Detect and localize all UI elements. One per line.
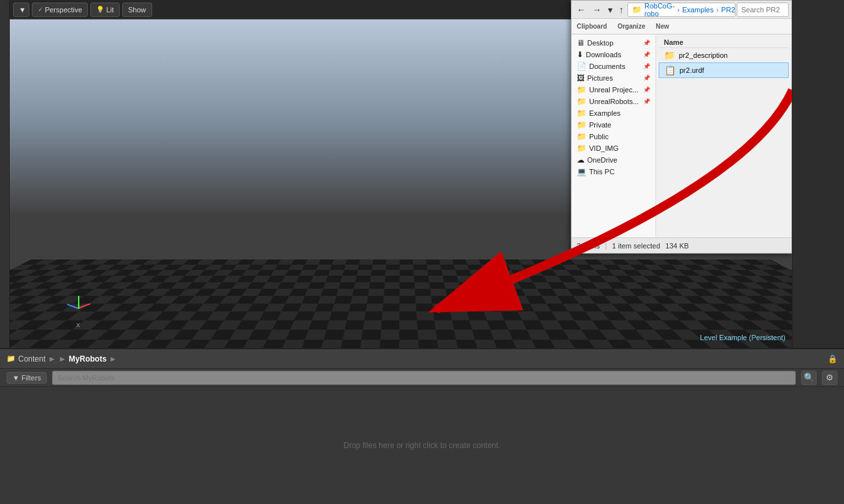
pin-icon-desktop: 📌 (643, 40, 650, 46)
axis-z-line (67, 304, 79, 309)
folder-icon-unreal-robots: 📁 (577, 97, 587, 106)
bc-content: Content (18, 354, 46, 364)
bc-sep-2: ► (59, 354, 66, 364)
lit-label: Lit (106, 6, 114, 14)
fe-status-bar: 2 items | 1 item selected 134 KB (572, 237, 791, 253)
bottom-content[interactable]: Drop files here or right click to create… (0, 387, 844, 504)
documents-icon: 📄 (577, 62, 587, 71)
fe-left-panel: 🖥 Desktop 📌 ⬇ Downloads 📌 📄 Documents (572, 34, 656, 237)
fe-address-bar[interactable]: 📁 RobCoG-robo › Examples › PR2 (627, 3, 735, 17)
show-label: Show (128, 6, 146, 14)
filters-btn[interactable]: ▼ Filters (7, 372, 47, 384)
this-pc-icon: 💻 (577, 167, 587, 176)
downloads-icon: ⬇ (577, 50, 583, 59)
bc-sep-3: ► (109, 354, 117, 364)
axis-label: X (76, 322, 80, 328)
lock-icon: 🔒 (828, 354, 837, 364)
content-folder-icon: 📁 (7, 354, 16, 363)
pin-icon-unreal-proj: 📌 (643, 86, 650, 93)
bottom-panel: 📁 Content ► ► MyRobots ► 🔒 ▼ Filters 🔍 ⚙… (0, 348, 844, 504)
fe-item-private[interactable]: 📁 Private (572, 119, 655, 131)
lit-btn[interactable]: 💡 Lit (90, 3, 120, 17)
search-icon-btn[interactable]: 🔍 (801, 371, 817, 385)
fe-label-vid-img: VID_IMG (589, 144, 618, 152)
fe-item-onedrive[interactable]: ☁ OneDrive (572, 154, 655, 166)
fe-label-desktop: Desktop (587, 39, 613, 47)
search-myrobots-input[interactable] (52, 371, 796, 385)
fe-item-desktop[interactable]: 🖥 Desktop 📌 (572, 37, 655, 49)
perspective-btn[interactable]: ✓ Perspective (32, 3, 88, 17)
onedrive-icon: ☁ (577, 155, 585, 165)
perspective-label: Perspective (45, 6, 82, 14)
folder-icon: 📁 (632, 5, 642, 14)
fe-item-unreal-proj[interactable]: 📁 Unreal Projec... 📌 (572, 84, 655, 96)
folder-icon-unreal-proj: 📁 (577, 85, 587, 94)
fe-item-pictures[interactable]: 🖼 Pictures 📌 (572, 72, 655, 84)
fe-label-examples: Examples (589, 109, 620, 117)
file-explorer: ← → ▾ ↑ 📁 RobCoG-robo › Examples › PR2 (571, 0, 792, 254)
pin-icon-unreal-robots: 📌 (643, 98, 650, 105)
right-sidebar (792, 0, 844, 348)
fe-ribbon: Clipboard Organize New (572, 19, 791, 34)
axis-x-line (78, 303, 90, 309)
col-name-label: Name (664, 38, 683, 46)
fe-item-public[interactable]: 📁 Public (572, 131, 655, 142)
fe-filename-pr2-description: pr2_description (679, 51, 728, 59)
drop-message: Drop files here or right click to create… (343, 441, 500, 450)
folder-icon-vid-img: 📁 (577, 144, 587, 153)
fe-filename-pr2-urdf: pr2.urdf (679, 66, 704, 74)
ribbon-new: New (655, 23, 669, 30)
fe-up-btn[interactable]: ↑ (616, 3, 626, 16)
settings-icon: ⚙ (826, 373, 834, 382)
viewport-row: ▼ ✓ Perspective 💡 Lit Show ⊞ ↺ ⤢ 🌐 (0, 0, 844, 348)
content-settings-btn[interactable]: ⚙ (822, 371, 837, 385)
fe-back-btn[interactable]: ← (574, 3, 588, 16)
fe-label-documents: Documents (589, 62, 626, 70)
fe-label-unreal-proj: Unreal Projec... (589, 86, 639, 94)
urdf-file-icon: 📋 (665, 65, 676, 75)
item-count: 2 items (577, 242, 600, 250)
fe-search-input[interactable] (737, 3, 789, 17)
fe-recent-btn[interactable]: ▾ (605, 3, 615, 16)
bc-sep-1: ► (48, 354, 56, 364)
file-size: 134 KB (665, 242, 689, 250)
pictures-icon: 🖼 (577, 73, 585, 83)
main-container: ▼ ✓ Perspective 💡 Lit Show ⊞ ↺ ⤢ 🌐 (0, 0, 844, 504)
level-label: Level Example (Persistent) (700, 334, 785, 341)
selected-info: 1 item selected (612, 242, 660, 250)
fe-label-this-pc: This PC (589, 168, 614, 176)
fe-label-unreal-robots: UnrealRobots... (589, 98, 639, 105)
viewport-dropdown-btn[interactable]: ▼ (13, 3, 29, 17)
fe-item-examples[interactable]: 📁 Examples (572, 107, 655, 119)
fe-col-header: Name (659, 37, 789, 48)
fe-forward-btn[interactable]: → (590, 3, 604, 16)
show-btn[interactable]: Show (122, 3, 152, 17)
fe-label-pictures: Pictures (587, 74, 613, 82)
fe-item-this-pc[interactable]: 💻 This PC (572, 166, 655, 178)
pin-icon-pictures: 📌 (643, 75, 650, 81)
pin-icon-downloads: 📌 (643, 51, 650, 58)
fe-label-private: Private (589, 121, 611, 129)
folder-file-icon: 📁 (664, 50, 675, 60)
fe-item-documents[interactable]: 📄 Documents 📌 (572, 60, 655, 72)
fe-label-onedrive: OneDrive (587, 156, 617, 164)
folder-icon-examples: 📁 (577, 109, 587, 118)
fe-body: 🖥 Desktop 📌 ⬇ Downloads 📌 📄 Documents (572, 34, 791, 237)
fe-file-pr2-urdf[interactable]: 📋 pr2.urdf (659, 62, 789, 78)
fe-file-pr2-description[interactable]: 📁 pr2_description (659, 48, 789, 62)
bottom-breadcrumb: 📁 Content ► ► MyRobots ► 🔒 (0, 349, 844, 369)
fe-item-downloads[interactable]: ⬇ Downloads 📌 (572, 49, 655, 60)
folder-icon-public: 📁 (577, 132, 587, 141)
fe-item-vid-img[interactable]: 📁 VID_IMG (572, 142, 655, 154)
status-separator: | (605, 242, 607, 250)
fe-label-public: Public (589, 133, 609, 140)
search-icon: 🔍 (804, 373, 815, 382)
ribbon-clipboard: Clipboard (577, 23, 607, 30)
axis-indicator: X (65, 296, 91, 328)
example-label: Example (Persistent) (719, 334, 785, 341)
bc-myrobots: MyRobots (69, 354, 107, 364)
viewport: ▼ ✓ Perspective 💡 Lit Show ⊞ ↺ ⤢ 🌐 (10, 0, 792, 348)
fe-item-unreal-robots[interactable]: 📁 UnrealRobots... 📌 (572, 96, 655, 107)
checker-grid (10, 259, 792, 348)
fe-label-downloads: Downloads (586, 51, 621, 59)
